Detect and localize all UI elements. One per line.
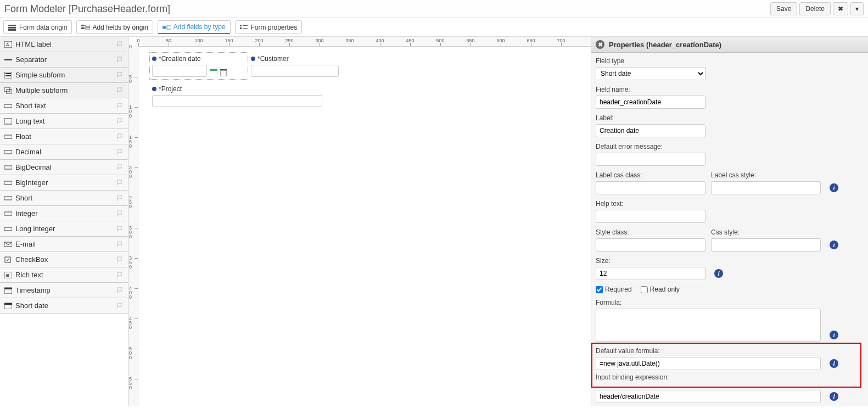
longtext-icon xyxy=(4,118,12,125)
delete-button[interactable]: Delete xyxy=(799,2,831,15)
tab-form-data-origin[interactable]: Form data origin xyxy=(3,20,72,34)
field-label-text: *Project xyxy=(159,85,182,93)
svg-rect-35 xyxy=(4,288,12,289)
field-type-select[interactable]: Short date xyxy=(596,67,705,80)
info-icon[interactable]: i xyxy=(830,392,838,401)
palette-item[interactable]: AHTML label xyxy=(0,37,128,52)
svg-text:B: B xyxy=(6,273,9,278)
input-binding-input[interactable] xyxy=(596,390,821,403)
canvas[interactable]: 0501001502002503003504004505005506006507… xyxy=(128,37,591,406)
label-css-style-input[interactable] xyxy=(711,181,821,194)
menu-caret-button[interactable]: ▾ xyxy=(850,2,864,15)
project-input[interactable] xyxy=(152,95,322,107)
palette-item[interactable]: BRich text xyxy=(0,267,128,283)
input-binding-label: Input binding expression: xyxy=(596,373,857,381)
trash-icon[interactable] xyxy=(219,68,228,77)
field-customer[interactable]: *Customer xyxy=(248,52,341,80)
palette-item[interactable]: Float xyxy=(0,129,128,144)
size-label: Size: xyxy=(596,257,705,265)
palette-item[interactable]: BigDecimal xyxy=(0,160,128,175)
svg-rect-21 xyxy=(4,104,12,108)
list-icon xyxy=(240,25,248,30)
palette-item[interactable]: Decimal xyxy=(0,144,128,160)
properties-title: Properties (header_creationDate) xyxy=(609,41,721,49)
flag-icon xyxy=(117,87,124,94)
canvas-area[interactable]: *Creation date *Customer *Project xyxy=(138,47,591,406)
palette-item[interactable]: E-mail xyxy=(0,237,128,252)
required-checkbox-label[interactable]: Required xyxy=(596,286,632,293)
palette-item[interactable]: Short xyxy=(0,191,128,206)
field-project[interactable]: *Project xyxy=(149,82,325,110)
palette-item[interactable]: Short text xyxy=(0,98,128,114)
properties-panel: ✖ Properties (header_creationDate) Field… xyxy=(591,37,868,406)
palette-item[interactable]: Separator xyxy=(0,52,128,68)
svg-rect-29 xyxy=(4,227,12,231)
checkbox-icon xyxy=(4,256,12,263)
field-name-label: Field name: xyxy=(596,86,858,93)
flag-icon xyxy=(117,164,124,171)
palette-item[interactable]: Long integer xyxy=(0,221,128,237)
svg-rect-11 xyxy=(240,27,242,29)
flag-icon xyxy=(117,118,124,125)
size-input[interactable] xyxy=(596,267,705,280)
tab-add-fields-by-origin[interactable]: Add fields by origin xyxy=(76,20,153,34)
close-icon[interactable]: ✖ xyxy=(596,40,604,49)
palette-label: Short date xyxy=(15,301,48,310)
calendar-icon xyxy=(4,287,12,294)
subform-icon xyxy=(4,72,12,79)
customer-input[interactable] xyxy=(251,65,339,77)
palette-item[interactable]: Simple subform xyxy=(0,68,128,83)
label-input[interactable] xyxy=(596,124,705,137)
tab-add-fields-by-type[interactable]: Add fields by type xyxy=(158,20,231,34)
flag-icon xyxy=(117,195,124,202)
palette-label: BigDecimal xyxy=(15,163,52,171)
svg-rect-39 xyxy=(210,69,217,71)
palette-item[interactable]: CheckBox xyxy=(0,252,128,267)
save-button[interactable]: Save xyxy=(770,2,797,15)
style-class-input[interactable] xyxy=(596,238,705,251)
field-creation-date[interactable]: *Creation date xyxy=(149,52,248,80)
svg-rect-41 xyxy=(220,69,227,70)
titlebar: Form Modeler [PurchaseHeader.form] Save … xyxy=(0,0,868,18)
default-error-input[interactable] xyxy=(596,153,705,166)
palette-label: Separator xyxy=(15,55,47,64)
palette-item[interactable]: Long text xyxy=(0,114,128,129)
info-icon[interactable]: i xyxy=(714,269,723,278)
info-icon[interactable]: i xyxy=(830,331,838,339)
tab-form-properties[interactable]: Form properties xyxy=(235,20,303,34)
readonly-checkbox[interactable] xyxy=(641,286,648,293)
number-icon xyxy=(4,226,12,232)
palette-item[interactable]: Timestamp xyxy=(0,283,128,298)
svg-rect-5 xyxy=(81,27,85,29)
richtext-icon: B xyxy=(4,272,12,278)
datepicker-icon[interactable] xyxy=(209,68,218,77)
default-value-formula-input[interactable] xyxy=(596,357,821,370)
palette-label: E-mail xyxy=(15,240,36,248)
label-css-class-input[interactable] xyxy=(596,181,705,194)
palette-label: HTML label xyxy=(15,40,52,48)
tab-label: Add fields by type xyxy=(173,23,226,31)
field-name-input[interactable] xyxy=(596,96,705,109)
formula-input[interactable] xyxy=(596,309,821,342)
field-label-text: *Customer xyxy=(257,55,289,63)
svg-rect-6 xyxy=(86,27,90,29)
creation-date-input[interactable] xyxy=(152,65,207,77)
info-icon[interactable]: i xyxy=(830,183,838,192)
flag-icon xyxy=(117,256,124,263)
tab-label: Form properties xyxy=(251,24,298,31)
svg-rect-15 xyxy=(4,59,12,60)
close-button[interactable]: ✖ xyxy=(833,2,848,15)
css-style-input[interactable] xyxy=(711,238,821,251)
palette-item[interactable]: Integer xyxy=(0,206,128,221)
help-text-input[interactable] xyxy=(596,210,705,223)
palette-item[interactable]: BigInteger xyxy=(0,175,128,191)
palette-item[interactable]: Multiple subform xyxy=(0,83,128,98)
palette-item[interactable]: Short date xyxy=(0,298,128,314)
info-icon[interactable]: i xyxy=(830,359,838,368)
info-icon[interactable]: i xyxy=(830,241,838,249)
required-checkbox[interactable] xyxy=(596,286,603,293)
svg-rect-17 xyxy=(5,73,11,74)
readonly-checkbox-label[interactable]: Read only xyxy=(641,286,680,293)
palette-label: Simple subform xyxy=(15,71,65,79)
main: AHTML label Separator Simple subform Mul… xyxy=(0,37,868,406)
